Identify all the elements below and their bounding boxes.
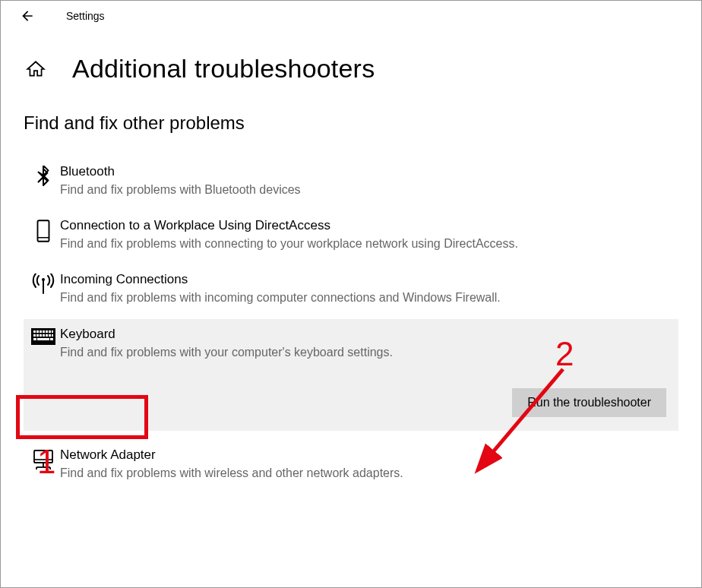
svg-rect-8 (46, 330, 48, 333)
window-header: Settings (1, 1, 701, 31)
svg-rect-19 (37, 338, 49, 340)
page-title: Additional troubleshooters (72, 54, 375, 84)
troubleshooter-title: Network Adapter (60, 447, 522, 463)
troubleshooter-title: Keyboard (60, 327, 522, 342)
troubleshooter-desc: Find and fix problems with Bluetooth dev… (60, 181, 522, 198)
svg-rect-15 (46, 334, 48, 337)
home-button[interactable] (24, 57, 48, 81)
svg-rect-16 (49, 334, 51, 337)
troubleshooter-item-bluetooth[interactable]: Bluetooth Find and fix problems with Blu… (24, 156, 678, 210)
troubleshooter-title: Connection to a Workplace Using DirectAc… (60, 218, 522, 233)
svg-rect-14 (43, 334, 45, 337)
troubleshooter-list: Bluetooth Find and fix problems with Blu… (1, 156, 701, 494)
svg-rect-5 (36, 330, 39, 333)
svg-rect-9 (49, 330, 51, 333)
troubleshooter-actions: Run the troubleshooter (27, 388, 674, 417)
app-title: Settings (66, 10, 105, 22)
svg-rect-12 (36, 334, 39, 337)
back-arrow-icon (20, 8, 35, 24)
troubleshooter-item-directaccess[interactable]: Connection to a Workplace Using DirectAc… (24, 210, 678, 264)
section-heading: Find and fix other problems (24, 112, 701, 134)
troubleshooter-desc: Find and fix problems with connecting to… (60, 235, 522, 252)
troubleshooter-title: Bluetooth (60, 164, 522, 179)
network-adapter-icon (27, 447, 60, 482)
svg-rect-18 (33, 338, 36, 340)
back-button[interactable] (16, 5, 39, 27)
keyboard-icon (27, 327, 60, 361)
antenna-icon (27, 272, 60, 306)
troubleshooter-item-incoming-connections[interactable]: Incoming Connections Find and fix proble… (24, 264, 678, 318)
troubleshooter-item-keyboard[interactable]: Keyboard Find and fix problems with your… (24, 319, 678, 431)
bluetooth-icon (27, 164, 60, 198)
home-icon (26, 59, 46, 79)
troubleshooter-desc: Find and fix problems with wireless and … (60, 464, 522, 482)
page-title-row: Additional troubleshooters (1, 31, 701, 97)
svg-rect-10 (52, 330, 53, 333)
troubleshooter-title: Incoming Connections (60, 272, 522, 287)
run-troubleshooter-button[interactable]: Run the troubleshooter (512, 388, 666, 417)
svg-rect-20 (50, 338, 53, 340)
svg-rect-4 (33, 330, 36, 333)
device-icon (27, 218, 60, 252)
svg-rect-21 (34, 450, 52, 463)
troubleshooter-item-network-adapter[interactable]: Network Adapter Find and fix problems wi… (24, 437, 678, 494)
troubleshooter-desc: Find and fix problems with your computer… (60, 343, 522, 361)
svg-rect-7 (43, 330, 45, 333)
svg-rect-13 (40, 334, 42, 337)
svg-point-2 (42, 278, 45, 281)
svg-rect-11 (33, 334, 36, 337)
svg-rect-6 (40, 330, 42, 333)
svg-rect-0 (38, 220, 49, 242)
troubleshooter-desc: Find and fix problems with incoming comp… (60, 289, 522, 306)
svg-rect-17 (52, 334, 53, 337)
